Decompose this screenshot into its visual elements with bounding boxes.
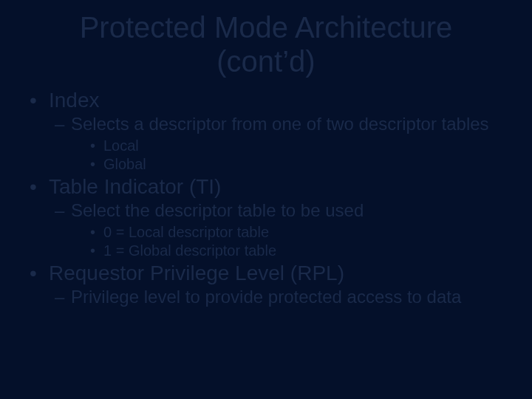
subsub-label: Local	[103, 137, 139, 154]
sub-bullet: Select the descriptor table to be used 0…	[55, 200, 502, 260]
sub-bullet: Privilege level to provide protected acc…	[55, 287, 502, 308]
subsub-bullet: 1 = Global descriptor table	[90, 242, 502, 260]
subsub-bullet: Local	[90, 137, 502, 155]
slide-title: Protected Mode Architecture (cont’d)	[30, 10, 502, 78]
sub-label: Privilege level to provide protected acc…	[71, 287, 461, 307]
subsub-bullet: 0 = Local descriptor table	[90, 223, 502, 242]
sub-list: Select the descriptor table to be used 0…	[55, 200, 502, 260]
sub-label: Select the descriptor table to be used	[71, 200, 364, 220]
sub-label: Selects a descriptor from one of two des…	[71, 114, 489, 134]
bullet-rpl: Requestor Privilege Level (RPL) Privileg…	[30, 262, 502, 308]
bullet-label: Index	[49, 89, 100, 112]
bullet-table-indicator: Table Indicator (TI) Select the descript…	[30, 175, 502, 260]
sub-list: Privilege level to provide protected acc…	[55, 287, 502, 308]
sub-list: Selects a descriptor from one of two des…	[55, 114, 502, 174]
bullet-list: Index Selects a descriptor from one of t…	[30, 89, 502, 307]
subsub-label: Global	[103, 156, 146, 172]
bullet-label: Table Indicator (TI)	[49, 175, 221, 198]
bullet-index: Index Selects a descriptor from one of t…	[30, 89, 502, 174]
subsub-label: 1 = Global descriptor table	[103, 242, 276, 259]
slide: Protected Mode Architecture (cont’d) Ind…	[0, 0, 532, 399]
sub-bullet: Selects a descriptor from one of two des…	[55, 114, 502, 174]
subsub-label: 0 = Local descriptor table	[103, 224, 269, 240]
subsub-bullet: Global	[90, 155, 502, 174]
subsub-list: 0 = Local descriptor table 1 = Global de…	[90, 223, 502, 260]
subsub-list: Local Global	[90, 137, 502, 174]
bullet-label: Requestor Privilege Level (RPL)	[49, 262, 344, 284]
